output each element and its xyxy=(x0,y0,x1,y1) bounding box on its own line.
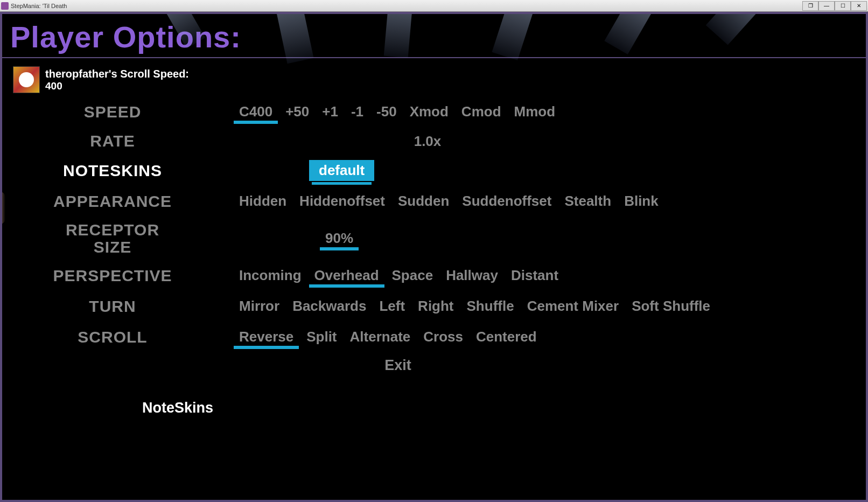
appearance-sudden[interactable]: Sudden xyxy=(398,191,449,212)
scroll-split[interactable]: Split xyxy=(306,326,337,347)
appearance-stealth[interactable]: Stealth xyxy=(564,191,611,212)
speed-xmod[interactable]: Xmod xyxy=(410,101,449,122)
speed-minus1[interactable]: -1 xyxy=(351,101,363,122)
appearance-suddenoffset[interactable]: Suddenoffset xyxy=(462,191,551,212)
profile-label: theropfather's Scroll Speed: xyxy=(45,68,189,80)
label-rate: RATE xyxy=(13,132,239,150)
exit-button[interactable]: Exit xyxy=(174,357,621,374)
values-speed: C400 +50 +1 -1 -50 Xmod Cmod Mmod xyxy=(239,101,555,122)
profile-value: 400 xyxy=(45,80,189,92)
values-rate: 1.0x xyxy=(239,133,616,150)
window-close-button[interactable]: ✕ xyxy=(851,1,867,11)
perspective-hallway[interactable]: Hallway xyxy=(446,265,498,286)
perspective-incoming[interactable]: Incoming xyxy=(239,265,302,286)
turn-mirror[interactable]: Mirror xyxy=(239,296,279,317)
app-icon xyxy=(1,2,9,10)
window-maximize-button[interactable]: ☐ xyxy=(835,1,851,11)
label-turn: TURN xyxy=(13,297,239,316)
scroll-alternate[interactable]: Alternate xyxy=(350,326,411,347)
speed-mmod[interactable]: Mmod xyxy=(514,101,556,122)
window-extra-button[interactable]: ❐ xyxy=(802,1,818,11)
values-noteskins: default xyxy=(309,160,374,181)
label-speed: SPEED xyxy=(13,103,239,121)
scroll-reverse[interactable]: Reverse xyxy=(239,326,293,347)
speed-minus50[interactable]: -50 xyxy=(376,101,397,122)
footer-description: NoteSkins xyxy=(142,400,213,416)
appearance-hiddenoffset[interactable]: Hiddenoffset xyxy=(299,191,385,212)
turn-shuffle[interactable]: Shuffle xyxy=(467,296,514,317)
turn-cement[interactable]: Cement Mixer xyxy=(527,296,619,317)
avatar xyxy=(13,66,40,93)
values-perspective: Incoming Overhead Space Hallway Distant xyxy=(239,265,558,286)
perspective-overhead[interactable]: Overhead xyxy=(314,265,379,286)
label-receptor: RECEPTOR SIZE xyxy=(13,221,239,255)
rate-value[interactable]: 1.0x xyxy=(414,131,442,151)
label-receptor-line2: SIZE xyxy=(13,239,212,256)
window-titlebar: StepMania: 'Til Death ❐ — ☐ ✕ xyxy=(0,0,868,12)
values-turn: Mirror Backwards Left Right Shuffle Ceme… xyxy=(239,296,710,317)
speed-plus50[interactable]: +50 xyxy=(285,101,309,122)
label-perspective: PERSPECTIVE xyxy=(13,267,239,285)
values-appearance: Hidden Hiddenoffset Sudden Suddenoffset … xyxy=(239,191,659,212)
values-receptor: 90% xyxy=(325,228,353,249)
row-rate: RATE 1.0x xyxy=(13,132,855,150)
row-scroll: SCROLL Reverse Split Alternate Cross Cen… xyxy=(13,326,855,347)
label-appearance: APPEARANCE xyxy=(13,192,239,211)
turn-backwards[interactable]: Backwards xyxy=(292,296,366,317)
row-turn: TURN Mirror Backwards Left Right Shuffle… xyxy=(13,296,855,317)
scroll-centered[interactable]: Centered xyxy=(476,326,537,347)
game-viewport: Player Options: theropfather's Scroll Sp… xyxy=(0,12,868,502)
speed-cmod[interactable]: Cmod xyxy=(461,101,501,122)
turn-right[interactable]: Right xyxy=(418,296,453,317)
row-appearance: APPEARANCE Hidden Hiddenoffset Sudden Su… xyxy=(13,191,855,212)
row-noteskins: NOTESKINS default xyxy=(13,160,855,181)
turn-left[interactable]: Left xyxy=(379,296,405,317)
page-title: Player Options: xyxy=(2,14,866,54)
noteskins-default[interactable]: default xyxy=(309,160,374,181)
profile-section: theropfather's Scroll Speed: 400 xyxy=(2,66,866,101)
receptor-value[interactable]: 90% xyxy=(325,228,353,249)
options-grid: SPEED C400 +50 +1 -1 -50 Xmod Cmod Mmod … xyxy=(2,101,866,374)
label-receptor-line1: RECEPTOR xyxy=(13,221,212,239)
speed-plus1[interactable]: +1 xyxy=(322,101,338,122)
profile-text: theropfather's Scroll Speed: 400 xyxy=(45,68,189,92)
titlebar-left: StepMania: 'Til Death xyxy=(1,2,67,10)
appearance-blink[interactable]: Blink xyxy=(624,191,659,212)
speed-c400[interactable]: C400 xyxy=(239,101,272,122)
label-noteskins: NOTESKINS xyxy=(13,162,239,180)
row-speed: SPEED C400 +50 +1 -1 -50 Xmod Cmod Mmod xyxy=(13,101,855,122)
label-scroll: SCROLL xyxy=(13,328,239,346)
values-scroll: Reverse Split Alternate Cross Centered xyxy=(239,326,537,347)
side-accent xyxy=(0,192,5,224)
window-minimize-button[interactable]: — xyxy=(818,1,835,11)
title-underline xyxy=(2,57,866,58)
appearance-hidden[interactable]: Hidden xyxy=(239,191,286,212)
scroll-cross[interactable]: Cross xyxy=(423,326,463,347)
window-title: StepMania: 'Til Death xyxy=(11,3,67,9)
perspective-distant[interactable]: Distant xyxy=(511,265,558,286)
perspective-space[interactable]: Space xyxy=(392,265,433,286)
turn-soft[interactable]: Soft Shuffle xyxy=(632,296,710,317)
titlebar-controls: ❐ — ☐ ✕ xyxy=(802,1,867,11)
row-perspective: PERSPECTIVE Incoming Overhead Space Hall… xyxy=(13,265,855,286)
row-receptor: RECEPTOR SIZE 90% xyxy=(13,221,855,255)
